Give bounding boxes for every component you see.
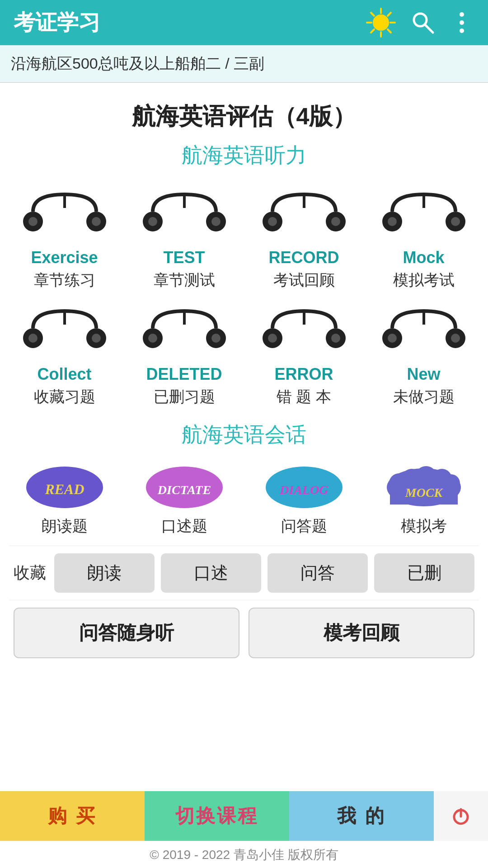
dictate-badge-wrap: DICTATE: [139, 462, 230, 512]
earphone-icon-2: [139, 185, 230, 244]
record-icon-area: [259, 183, 349, 246]
svg-point-40: [148, 334, 157, 343]
new-icon-area: [379, 300, 469, 363]
toolbar-qa-button[interactable]: 问答: [267, 553, 368, 593]
app-header: 考证学习: [0, 0, 488, 45]
svg-line-8: [371, 29, 374, 33]
toolbar-dictate-button[interactable]: 口述: [161, 553, 261, 593]
conversation-section: 航海英语会话 READ 朗读题 DICTATE: [9, 421, 479, 537]
conversation-grid: READ 朗读题 DICTATE 口述题: [9, 462, 479, 537]
svg-point-12: [460, 20, 464, 25]
collect-icon-area: [19, 300, 110, 363]
exercise-label-en: Exercise: [31, 248, 98, 267]
svg-line-6: [388, 29, 391, 33]
footer: © 2019 - 2022 青岛小佳 版权所有: [0, 841, 488, 868]
svg-point-42: [211, 334, 221, 343]
record-label-zh: 考试回顾: [273, 270, 335, 291]
svg-text:DICTATE: DICTATE: [157, 483, 211, 497]
more-button[interactable]: [449, 10, 474, 35]
earphone-icon-6: [139, 302, 230, 361]
btn-read[interactable]: READ 朗读题: [9, 462, 120, 537]
error-label-en: ERROR: [274, 365, 333, 384]
test-icon-area: [139, 183, 230, 246]
nav-mine[interactable]: 我 的: [289, 791, 434, 841]
read-badge-wrap: READ: [19, 462, 110, 512]
search-button[interactable]: [410, 10, 436, 35]
collect-toolbar-label: 收藏: [14, 562, 46, 584]
nav-buy[interactable]: 购 买: [0, 791, 145, 841]
btn-error[interactable]: ERROR 错 题 本: [249, 300, 359, 407]
mock-label-en: Mock: [403, 248, 444, 267]
svg-text:DIALOG: DIALOG: [279, 483, 328, 497]
dialog-badge-icon: DIALOG: [261, 462, 347, 512]
more-icon: [459, 10, 465, 35]
error-label-zh: 错 题 本: [277, 387, 331, 407]
exercise-label-zh: 章节练习: [34, 270, 95, 291]
svg-point-52: [451, 334, 460, 343]
mock-icon-area: [379, 183, 469, 246]
btn-new[interactable]: New 未做习题: [368, 300, 479, 407]
svg-line-10: [425, 24, 433, 33]
svg-point-32: [451, 217, 460, 226]
toolbar-deleted-button[interactable]: 已删: [374, 553, 474, 593]
deleted-label-zh: 已删习题: [154, 387, 215, 407]
deleted-label-en: DELETED: [146, 365, 222, 384]
earphone-icon-8: [379, 302, 469, 361]
svg-point-13: [460, 28, 464, 33]
app-title: 考证学习: [14, 8, 365, 37]
conversation-section-title: 航海英语会话: [9, 421, 479, 449]
error-icon-area: [259, 300, 349, 363]
mock-conv-label-zh: 模拟考: [401, 516, 447, 537]
exercise-icon-area: [19, 183, 110, 246]
earphone-icon-5: [19, 302, 110, 361]
header-icons: [365, 7, 474, 38]
btn-record[interactable]: RECORD 考试回顾: [249, 183, 359, 291]
listening-section-title: 航海英语听力: [9, 142, 479, 170]
btn-test[interactable]: TEST 章节测试: [129, 183, 239, 291]
mock-conv-badge-icon: MOCK: [381, 462, 467, 512]
btn-exercise[interactable]: Exercise 章节练习: [9, 183, 120, 291]
svg-line-7: [388, 13, 391, 16]
earphone-icon-4: [379, 185, 469, 244]
record-label-en: RECORD: [268, 248, 339, 267]
svg-point-0: [373, 14, 389, 31]
earphone-icon-7: [259, 302, 349, 361]
search-icon: [410, 10, 436, 35]
svg-point-17: [92, 217, 101, 226]
mock-conv-badge-wrap: MOCK: [379, 462, 469, 512]
svg-point-35: [28, 334, 38, 343]
book-title: 航海英语评估（4版）: [9, 101, 479, 132]
svg-text:READ: READ: [44, 481, 84, 497]
svg-line-5: [371, 13, 374, 16]
test-label-zh: 章节测试: [154, 270, 215, 291]
svg-point-22: [211, 217, 221, 226]
qa-audio-button[interactable]: 问答随身听: [14, 608, 239, 658]
new-label-zh: 未做习题: [393, 387, 455, 407]
btn-dialog[interactable]: DIALOG 问答题: [249, 462, 359, 537]
svg-point-25: [268, 217, 277, 226]
toolbar-read-button[interactable]: 朗读: [54, 553, 155, 593]
btn-dictate[interactable]: DICTATE 口述题: [129, 462, 239, 537]
svg-text:MOCK: MOCK: [404, 486, 443, 500]
bottom-nav: 购 买 切换课程 我 的: [0, 791, 488, 841]
btn-collect[interactable]: Collect 收藏习题: [9, 300, 120, 407]
test-label-en: TEST: [163, 248, 205, 267]
mock-review-button[interactable]: 模考回顾: [249, 608, 474, 658]
svg-point-47: [331, 334, 340, 343]
btn-mock-conv[interactable]: MOCK 模拟考: [368, 462, 479, 537]
collect-label-zh: 收藏习题: [34, 387, 95, 407]
wide-btn-row: 问答随身听 模考回顾: [9, 600, 479, 665]
btn-mock[interactable]: Mock 模拟考试: [368, 183, 479, 291]
earphone-icon: [19, 185, 110, 244]
breadcrumb: 沿海航区500总吨及以上船舶二 / 三副: [0, 45, 488, 83]
nav-power[interactable]: [434, 791, 488, 841]
deleted-icon-area: [139, 300, 230, 363]
power-icon: [450, 805, 472, 827]
read-label-zh: 朗读题: [42, 516, 88, 537]
btn-deleted[interactable]: DELETED 已删习题: [129, 300, 239, 407]
earphone-icon-3: [259, 185, 349, 244]
svg-point-37: [92, 334, 101, 343]
dialog-badge-wrap: DIALOG: [259, 462, 349, 512]
svg-point-30: [388, 217, 397, 226]
nav-switch[interactable]: 切换课程: [145, 791, 289, 841]
